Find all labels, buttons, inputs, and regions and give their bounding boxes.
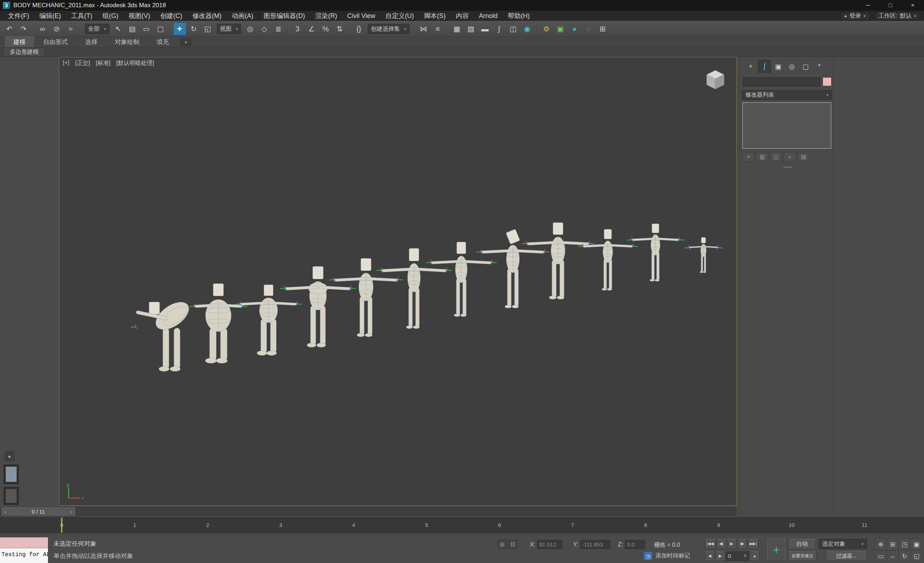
mirror-button[interactable]: ⋈	[417, 22, 430, 35]
scene-figure-11[interactable]	[627, 224, 684, 282]
render-in-cloud-button[interactable]: ◌	[582, 22, 595, 35]
create-tab[interactable]: +	[744, 60, 757, 73]
y-coordinate-field[interactable]: -111.853	[580, 540, 610, 549]
zoom-button[interactable]: ⊕	[875, 539, 886, 550]
toggle-scene-explorer-button[interactable]: ▦	[450, 22, 464, 35]
ribbon-tab-1[interactable]: 建模	[5, 36, 34, 47]
play-button[interactable]: ▶	[727, 539, 736, 549]
time-slider-track[interactable]	[1, 508, 736, 515]
time-slider[interactable]: ‹ 0 / 11 ›	[0, 506, 736, 517]
ribbon-display-toggle[interactable]: ▾	[180, 38, 191, 46]
menu-item-12[interactable]: 自定义(U)	[380, 11, 419, 21]
select-and-manipulate-button[interactable]: ◇	[258, 22, 271, 35]
next-frame-button[interactable]: |▶	[737, 539, 747, 549]
macro-recorder-line[interactable]	[0, 538, 48, 548]
hierarchy-tab[interactable]: ▣	[772, 60, 784, 73]
menu-item-1[interactable]: 文件(F)	[3, 11, 34, 21]
zoom-extents-button[interactable]: ◳	[899, 539, 910, 550]
viewcube[interactable]	[704, 68, 727, 91]
scene-figure-12[interactable]	[684, 238, 723, 273]
maxscript-mini-listener[interactable]: Testing for AL(	[0, 538, 48, 563]
viewport-pov-menu[interactable]: [正交]	[75, 60, 90, 67]
set-keys-button[interactable]: +	[767, 539, 785, 561]
menu-item-8[interactable]: 动画(A)	[226, 11, 258, 21]
menu-item-9[interactable]: 图形编辑器(D)	[258, 11, 310, 21]
named-selection-sets-dropdown[interactable]: 创建选择集▾	[368, 24, 410, 34]
unlink-selection-button[interactable]: ⊘	[50, 22, 63, 35]
select-and-move-button[interactable]: +	[173, 22, 186, 35]
select-and-rotate-button[interactable]: ↻	[188, 22, 200, 35]
workspace-dropdown[interactable]: 工作区: 默认 ▾	[875, 12, 920, 20]
rectangular-selection-region-button[interactable]: ▭	[140, 22, 153, 35]
scene-figure-10[interactable]	[578, 229, 638, 290]
scene-figure-8[interactable]	[476, 229, 549, 308]
display-tab[interactable]: ▢	[799, 60, 812, 73]
zoom-all-button[interactable]: ⊞	[887, 539, 898, 550]
go-to-start-button[interactable]: |◀◀	[705, 539, 716, 549]
ribbon-tab-3[interactable]: 选择	[77, 37, 105, 47]
key-filters-button[interactable]: 过滤器...	[826, 551, 867, 561]
auto-key-button[interactable]: 自动	[788, 539, 816, 549]
panel-resize-handle[interactable]	[783, 167, 792, 168]
key-mode-toggle[interactable]: ●	[750, 551, 759, 561]
viewport-general-menu[interactable]: [+]	[63, 60, 69, 67]
ribbon-tab-2[interactable]: 自由形式	[35, 37, 76, 47]
ribbon-tab-4[interactable]: 对象绘制	[107, 37, 147, 47]
make-unique-button[interactable]: ◫	[770, 152, 782, 162]
utilities-tab[interactable]: *	[813, 60, 826, 73]
toggle-layer-explorer-button[interactable]: ▧	[465, 22, 477, 35]
x-coordinate-field[interactable]: 91.512	[537, 540, 562, 549]
viewport[interactable]: [+][正交][标准][默认明暗处理] y x	[59, 57, 736, 506]
edit-named-selection-sets-button[interactable]: {}	[352, 22, 365, 35]
scene-figure-6[interactable]	[376, 249, 452, 329]
time-slider-handle[interactable]: ‹ 0 / 11 ›	[2, 508, 75, 515]
previous-frame-button[interactable]: ◀|	[717, 539, 726, 549]
bind-to-space-warp-button[interactable]: ≈	[64, 22, 77, 35]
menu-item-16[interactable]: 帮助(H)	[503, 11, 535, 21]
toggle-ribbon-button[interactable]: ▬	[478, 22, 492, 35]
menu-item-2[interactable]: 编辑(E)	[34, 11, 66, 21]
maximize-button[interactable]: □	[879, 0, 902, 11]
zoom-region-button[interactable]: ▭	[875, 550, 886, 562]
scene-figure-1[interactable]	[130, 296, 194, 371]
next-frame-arrow[interactable]: ›	[70, 509, 72, 515]
selection-filter-dropdown[interactable]: 全部▾	[85, 24, 110, 34]
snaps-toggle-3d[interactable]: 3	[291, 22, 304, 35]
select-by-name-button[interactable]: ▤	[126, 22, 139, 35]
modify-tab[interactable]: ∫	[758, 60, 771, 73]
object-name-field[interactable]	[743, 77, 820, 87]
menu-item-6[interactable]: 创建(C)	[155, 11, 188, 21]
menu-item-4[interactable]: 组(G)	[98, 11, 123, 21]
key-filter-dropdown[interactable]: 选定对象 ▾	[819, 539, 867, 549]
pin-stack-button[interactable]: ⌖	[742, 152, 755, 162]
add-time-tag-button[interactable]: ◷ 添加时间标记	[644, 552, 690, 560]
go-to-end-button[interactable]: ▶▶|	[748, 539, 759, 549]
redo-button[interactable]: ↷	[17, 22, 30, 35]
scene-figure-3[interactable]	[236, 285, 302, 356]
track-bar[interactable]: 01234567891011	[0, 517, 924, 533]
undo-button[interactable]: ↶	[3, 22, 16, 35]
curve-editor-button[interactable]: ∫	[493, 22, 506, 35]
spinner-icon[interactable]: ⇅	[744, 554, 747, 558]
select-object-button[interactable]: ↖	[112, 22, 125, 35]
viewport-layout-preset-1[interactable]	[4, 464, 19, 484]
menu-item-13[interactable]: 脚本(S)	[419, 11, 451, 21]
spinner-snap-toggle[interactable]: ⇅	[333, 22, 346, 35]
select-and-scale-button[interactable]: ◱	[201, 22, 214, 35]
select-and-link-button[interactable]: ∞	[36, 22, 49, 35]
minimize-button[interactable]: ─	[857, 0, 879, 11]
menu-item-11[interactable]: Civil View	[342, 11, 380, 21]
menu-item-7[interactable]: 修改器(M)	[188, 11, 226, 21]
listener-line[interactable]: Testing for AL(	[0, 548, 48, 563]
viewport-shading-menu[interactable]: [默认明暗处理]	[116, 60, 154, 67]
polygon-modeling-panel-tab[interactable]: 多边形建模	[4, 48, 45, 57]
scene-figure-2[interactable]	[189, 284, 247, 364]
current-frame-field[interactable]: 0⇅	[726, 551, 749, 561]
next-key-button[interactable]: ▶	[716, 551, 725, 561]
menu-item-5[interactable]: 视图(V)	[123, 11, 155, 21]
keyboard-shortcut-override-toggle[interactable]: ≣	[272, 22, 285, 35]
pan-button[interactable]: ↔	[887, 550, 898, 562]
menu-item-3[interactable]: 工具(T)	[66, 11, 98, 21]
previous-frame-arrow[interactable]: ‹	[4, 509, 6, 515]
set-key-mode-button[interactable]: 设置关键点	[788, 551, 816, 561]
